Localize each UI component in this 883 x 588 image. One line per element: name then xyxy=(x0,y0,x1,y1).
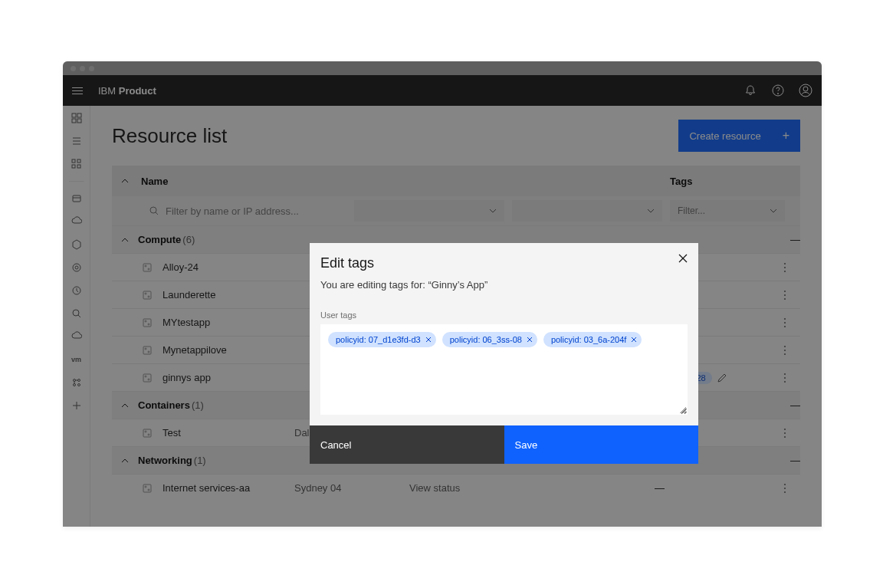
close-icon[interactable] xyxy=(678,254,688,263)
cancel-button[interactable]: Cancel xyxy=(310,425,504,464)
tag-chip: policyid: 03_6a-204f xyxy=(543,332,642,347)
tag-input-area[interactable]: policyid: 07_d1e3fd-d3policyid: 06_3ss-0… xyxy=(320,324,688,415)
modal-subtitle: You are editing tags for: “Ginny’s App” xyxy=(320,279,688,291)
tag-chip: policyid: 07_d1e3fd-d3 xyxy=(328,332,436,347)
remove-tag-icon[interactable] xyxy=(527,337,533,343)
browser-frame: IBM Product vm xyxy=(63,61,822,527)
tag-text: policyid: 07_d1e3fd-d3 xyxy=(336,335,421,344)
modal-title: Edit tags xyxy=(320,255,688,271)
remove-tag-icon[interactable] xyxy=(631,337,637,343)
save-button[interactable]: Save xyxy=(504,425,699,464)
tag-chip: policyid: 06_3ss-08 xyxy=(442,332,537,347)
tag-text: policyid: 06_3ss-08 xyxy=(450,335,522,344)
edit-tags-modal: Edit tags You are editing tags for: “Gin… xyxy=(310,243,698,464)
remove-tag-icon[interactable] xyxy=(425,337,432,343)
tag-text: policyid: 03_6a-204f xyxy=(551,335,626,344)
user-tags-label: User tags xyxy=(320,310,688,320)
